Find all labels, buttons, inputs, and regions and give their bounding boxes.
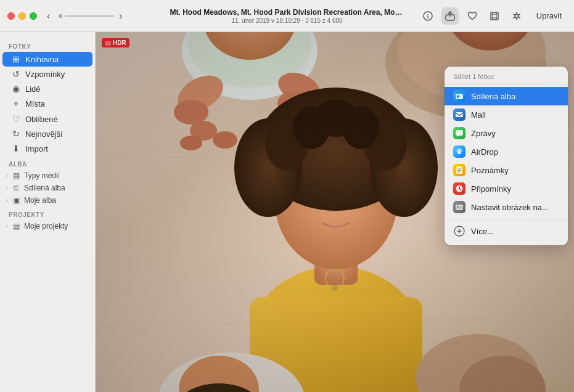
sidebar-item-label: Import [25,144,48,153]
share-item-pripominky[interactable]: Připomínky [445,179,568,198]
heart-icon [467,11,477,21]
sidebar-item-label: Lidé [25,84,41,94]
dropdown-header: Sdílet 1 fotku: [445,71,568,84]
chevron-right-icon: › [6,223,8,229]
sidebar-item-mista[interactable]: ⌖ Místa [2,96,92,112]
sidebar-item-label: Oblíbené [25,115,58,124]
people-icon: ◉ [11,84,21,94]
reminders-icon [453,182,465,195]
share-item-label: Mail [471,110,486,120]
share-item-vice[interactable]: Více... [445,222,568,240]
hdr-label: HDR [113,39,126,46]
crop-button[interactable] [486,7,503,25]
sidebar-item-nejnovejsi[interactable]: ↻ Nejnovější [2,126,92,141]
shared-album-icon [453,90,465,102]
photo-area: HDR [96,32,574,392]
share-button[interactable] [441,7,459,25]
sidebar-item-label: Místa [25,99,45,108]
section-fotky-label: Fotky [0,38,95,52]
sidebar-item-label: Knihovna [25,55,59,64]
toolbar-actions: i Uprav [419,7,568,25]
sidebar-group-moje-projekty[interactable]: › ▤ Moje projekty [0,220,95,232]
minimize-button[interactable] [18,12,26,20]
more-icon [453,225,465,237]
nav-controls: ‹ › [37,11,123,21]
sidebar-group-label: Moje alba [24,196,56,205]
set-image-icon [453,201,465,213]
shared-album-icon: ⊆ [11,184,21,192]
favorite-button[interactable] [464,7,481,25]
photo-title: Mt. Hood Meadows, Mt. Hood Park Division… [170,8,404,17]
svg-text:i: i [427,14,429,20]
sidebar-group-label: Moje projekty [24,222,68,231]
share-item-label: AirDrop [471,147,498,157]
titlebar: ‹ › Mt. Hood Meadows, Mt. Hood Park Divi… [0,0,574,32]
svg-rect-8 [105,41,111,46]
my-albums-icon: ▣ [11,196,21,205]
sidebar-item-oblibene[interactable]: ♡ Oblíbené [2,112,92,126]
share-item-label: Zprávy [471,129,496,138]
hdr-badge: HDR [102,38,129,47]
crop-icon [490,11,499,21]
share-dropdown: Sdílet 1 fotku: Sdílená alba [445,67,568,245]
projects-icon: ▤ [11,222,21,231]
sidebar-item-vzpominky[interactable]: ↺ Vzpomínky [2,67,92,81]
share-item-label: Více... [471,227,494,236]
chevron-right-icon: › [6,185,8,191]
sidebar-item-lide[interactable]: ◉ Lidé [2,81,92,96]
sidebar-item-label: Nejnovější [25,129,63,139]
info-button[interactable]: i [419,7,437,25]
menu-separator [445,219,568,219]
scrubber[interactable] [59,14,114,18]
sidebar-group-sdilena-alba[interactable]: › ⊆ Sdílená alba [0,182,95,194]
svg-rect-3 [491,12,498,20]
messages-icon [453,127,465,139]
share-item-label: Nastavit obrázek na... [471,203,549,212]
share-item-poznamky[interactable]: Poznámky [445,161,568,179]
memories-icon: ↺ [11,69,21,79]
recents-icon: ↻ [11,129,21,139]
mail-icon [453,108,465,121]
share-item-label: Sdílená alba [471,92,515,101]
forward-button[interactable]: › [119,11,122,21]
info-icon: i [423,11,433,21]
sidebar-item-import[interactable]: ⬇ Import [2,141,92,156]
share-item-label: Poznámky [471,166,509,175]
chevron-right-icon: › [6,173,8,179]
media-types-icon: ▤ [11,171,21,180]
svg-point-61 [457,150,461,154]
section-projekty-label: Projekty [0,206,95,220]
titlebar-center: Mt. Hood Meadows, Mt. Hood Park Division… [170,8,404,24]
import-icon: ⬇ [11,144,21,153]
main-content: Fotky ⊞ Knihovna ↺ Vzpomínky ◉ Lidé ⌖ Mí… [0,32,574,392]
share-item-sdilena-alba[interactable]: Sdílená alba [445,87,568,105]
sidebar: Fotky ⊞ Knihovna ↺ Vzpomínky ◉ Lidé ⌖ Mí… [0,32,96,392]
enhance-button[interactable] [508,7,525,25]
share-item-airdrop[interactable]: AirDrop [445,142,568,161]
section-alba-label: Alba [0,156,95,169]
share-item-nastavit[interactable]: Nastavit obrázek na... [445,198,568,216]
close-button[interactable] [7,12,15,20]
sidebar-group-label: Sdílená alba [24,184,65,192]
share-item-label: Připomínky [471,184,511,194]
magic-wand-icon [512,11,522,21]
traffic-lights [0,12,37,20]
airdrop-icon [453,145,465,158]
chevron-right-icon: › [6,197,8,203]
share-icon [445,11,455,21]
share-item-mail[interactable]: Mail [445,105,568,124]
sidebar-group-typy-medii[interactable]: › ▤ Typy médií [0,169,95,182]
share-item-zpravy[interactable]: Zprávy [445,124,568,142]
sidebar-item-knihovna[interactable]: ⊞ Knihovna [2,52,92,67]
svg-rect-60 [456,130,463,136]
sidebar-group-label: Typy médií [24,171,60,180]
sidebar-group-moje-alba[interactable]: › ▣ Moje alba [0,194,95,206]
maximize-button[interactable] [30,12,37,20]
sidebar-item-label: Vzpomínky [25,70,65,79]
notes-icon [453,164,465,176]
grid-icon: ⊞ [11,54,21,64]
edit-button[interactable]: Upravit [530,9,568,23]
back-button[interactable]: ‹ [47,11,50,21]
favorites-icon: ♡ [11,114,21,124]
svg-point-58 [457,96,459,98]
